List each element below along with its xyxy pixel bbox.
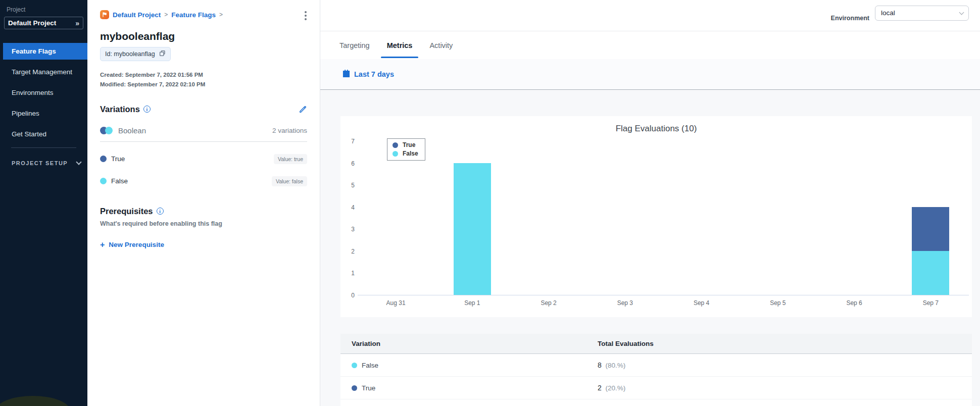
table-header-variation: Variation bbox=[340, 340, 598, 347]
total-value: 8 bbox=[598, 361, 602, 369]
variation-name: False bbox=[111, 177, 128, 185]
chart-category-slot: Sep 7 bbox=[893, 141, 969, 295]
variation-name: False bbox=[362, 362, 378, 369]
x-axis-tick-label: Sep 1 bbox=[434, 299, 510, 307]
variation-value-chip: Value: false bbox=[272, 176, 307, 186]
total-percent: (20.%) bbox=[604, 384, 626, 392]
variation-type-row: Boolean 2 variations bbox=[100, 126, 307, 142]
edit-variations-button[interactable] bbox=[299, 105, 307, 114]
y-axis-tick-label: 1 bbox=[340, 270, 355, 277]
copy-icon[interactable] bbox=[159, 50, 166, 58]
sidebar-item-target-management[interactable]: Target Management bbox=[0, 64, 87, 80]
sidebar-item-pipelines[interactable]: Pipelines bbox=[0, 105, 87, 122]
chart-category-slot: Sep 4 bbox=[663, 141, 740, 295]
x-axis-tick-label: Sep 5 bbox=[740, 299, 816, 307]
x-axis-tick-label: Sep 3 bbox=[587, 299, 663, 307]
y-axis-tick-label: 3 bbox=[340, 226, 355, 233]
date-range-label: Last 7 days bbox=[354, 70, 394, 78]
chevron-down-icon bbox=[959, 10, 964, 15]
project-selector[interactable]: Default Project » bbox=[4, 17, 83, 29]
info-icon[interactable]: i bbox=[143, 106, 151, 113]
sidebar-item-feature-flags[interactable]: Feature Flags bbox=[3, 43, 87, 60]
total-value: 2 bbox=[598, 384, 602, 392]
main-content: Environment local TargetingMetricsActivi… bbox=[320, 0, 980, 406]
project-setup-label: PROJECT SETUP bbox=[12, 160, 68, 166]
flagsmith-logo-icon bbox=[100, 10, 109, 19]
info-icon[interactable]: i bbox=[157, 208, 164, 215]
variation-list: TrueValue: trueFalseValue: false bbox=[100, 154, 307, 186]
date-range-button[interactable]: Last 7 days bbox=[342, 70, 394, 79]
x-axis-tick-label: Sep 4 bbox=[663, 299, 740, 307]
sidebar-divider bbox=[11, 147, 76, 148]
legend-item-false: False bbox=[393, 150, 418, 157]
sidebar-nav: Feature FlagsTarget ManagementEnvironmen… bbox=[0, 43, 87, 142]
breadcrumb-separator: > bbox=[164, 11, 168, 18]
flag-detail-panel: Default Project > Feature Flags > mybool… bbox=[87, 0, 320, 406]
total-percent: (80.%) bbox=[604, 362, 626, 369]
project-label: Project bbox=[7, 6, 87, 13]
table-cell-variation: True bbox=[340, 384, 598, 392]
calendar-icon bbox=[342, 70, 350, 79]
sidebar-item-environments[interactable]: Environments bbox=[0, 84, 87, 101]
variation-color-dot bbox=[100, 178, 107, 184]
chart-category-slot: Sep 6 bbox=[816, 141, 893, 295]
flag-id-chip[interactable]: Id: mybooleanflag bbox=[100, 47, 171, 61]
tab-metrics[interactable]: Metrics bbox=[386, 33, 414, 58]
chart-legend: TrueFalse bbox=[387, 138, 425, 161]
sidebar-item-get-started[interactable]: Get Started bbox=[0, 126, 87, 142]
variation-row-true: TrueValue: true bbox=[100, 154, 307, 164]
boolean-type-icon bbox=[100, 127, 113, 134]
variation-type-label: Boolean bbox=[118, 126, 146, 135]
project-selector-value: Default Project bbox=[8, 19, 56, 27]
chart-category-slot: Sep 3 bbox=[587, 141, 663, 295]
table-header-row: Variation Total Evaluations bbox=[340, 334, 972, 354]
bar-sep-1 bbox=[454, 163, 491, 295]
y-axis-tick-label: 5 bbox=[340, 182, 355, 189]
evaluations-chart-card: Flag Evaluations (10) TrueFalse 01234567… bbox=[340, 116, 972, 317]
flag-options-kebab-button[interactable] bbox=[303, 9, 309, 22]
sidebar-item-project-setup[interactable]: PROJECT SETUP bbox=[12, 160, 87, 166]
prerequisites-description: What's required before enabling this fla… bbox=[100, 220, 307, 227]
legend-label: True bbox=[403, 141, 415, 148]
bar-segment-false[interactable] bbox=[912, 251, 949, 295]
bar-sep-7 bbox=[912, 207, 949, 295]
variations-heading-text: Variations bbox=[100, 105, 140, 114]
y-axis-tick-label: 6 bbox=[340, 160, 355, 167]
tab-targeting[interactable]: Targeting bbox=[338, 33, 371, 58]
breadcrumb-link-project[interactable]: Default Project bbox=[113, 11, 161, 19]
prerequisites-section-heading: Prerequisites i bbox=[100, 207, 307, 216]
tab-activity[interactable]: Activity bbox=[428, 33, 454, 58]
table-body: False8 (80.%)True2 (20.%) bbox=[340, 354, 972, 399]
breadcrumb-separator: > bbox=[219, 11, 223, 18]
app-window: Project Default Project » Feature FlagsT… bbox=[0, 0, 980, 406]
table-header-total-evaluations: Total Evaluations bbox=[598, 340, 972, 347]
prerequisites-heading-text: Prerequisites bbox=[100, 207, 153, 216]
environment-select[interactable]: local bbox=[875, 6, 969, 21]
bar-segment-true[interactable] bbox=[912, 207, 949, 251]
variation-color-dot bbox=[352, 385, 357, 391]
x-axis-tick-label: Sep 7 bbox=[893, 299, 969, 307]
table-row-true: True2 (20.%) bbox=[340, 377, 972, 399]
chart-plot: TrueFalse 01234567Aug 31Sep 1Sep 2Sep 3S… bbox=[358, 141, 969, 295]
table-cell-variation: False bbox=[340, 362, 598, 369]
variation-color-dot bbox=[100, 156, 107, 162]
y-axis-tick-label: 2 bbox=[340, 248, 355, 255]
variation-name: True bbox=[111, 155, 125, 163]
tab-bar: TargetingMetricsActivity bbox=[320, 31, 980, 59]
bar-segment-false[interactable] bbox=[454, 163, 491, 295]
variation-name: True bbox=[362, 384, 375, 392]
breadcrumb-link-feature-flags[interactable]: Feature Flags bbox=[171, 11, 216, 19]
chart-category-slot: Sep 2 bbox=[511, 141, 587, 295]
environment-bar: Environment local bbox=[320, 0, 980, 31]
variation-value-chip: Value: true bbox=[274, 154, 307, 164]
environment-select-value: local bbox=[881, 9, 895, 17]
double-chevron-right-icon: » bbox=[75, 19, 79, 27]
chart-category-slot: Sep 1 bbox=[434, 141, 510, 295]
mascot-illustration bbox=[0, 396, 71, 406]
flag-id-text: Id: mybooleanflag bbox=[105, 50, 155, 58]
new-prerequisite-button[interactable]: + New Prerequisite bbox=[100, 240, 164, 249]
environment-label: Environment bbox=[831, 15, 869, 22]
legend-item-true: True bbox=[393, 141, 418, 148]
sidebar: Project Default Project » Feature FlagsT… bbox=[0, 0, 87, 406]
x-axis-tick-label: Sep 2 bbox=[511, 299, 587, 307]
